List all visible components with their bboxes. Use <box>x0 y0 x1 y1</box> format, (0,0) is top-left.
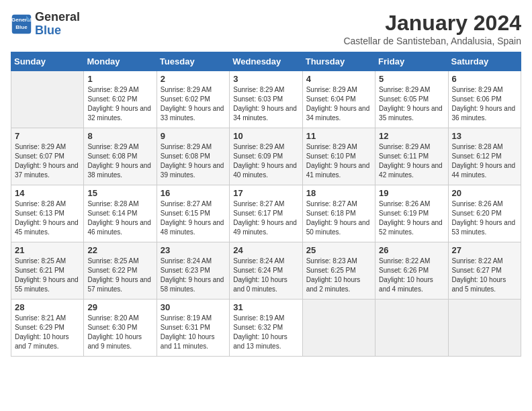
logo-line2: Blue <box>35 24 61 37</box>
calendar-cell: 22Sunrise: 8:25 AMSunset: 6:22 PMDayligh… <box>84 242 157 300</box>
weekday-header-cell: Wednesday <box>230 52 302 71</box>
calendar-cell: 28Sunrise: 8:21 AMSunset: 6:29 PMDayligh… <box>11 300 84 357</box>
day-number: 31 <box>233 302 298 312</box>
calendar-week-row: 21Sunrise: 8:25 AMSunset: 6:21 PMDayligh… <box>11 242 521 300</box>
day-number: 19 <box>379 188 444 198</box>
day-info: Sunrise: 8:29 AMSunset: 6:08 PMDaylight:… <box>161 142 226 180</box>
day-number: 13 <box>452 131 517 141</box>
day-number: 25 <box>306 245 371 255</box>
calendar-cell <box>302 300 375 357</box>
location: Castellar de Santisteban, Andalusia, Spa… <box>343 36 521 46</box>
calendar-cell: 13Sunrise: 8:28 AMSunset: 6:12 PMDayligh… <box>448 128 521 185</box>
day-number: 2 <box>161 74 226 84</box>
day-info: Sunrise: 8:29 AMSunset: 6:11 PMDaylight:… <box>379 142 444 180</box>
day-number: 3 <box>233 74 298 84</box>
weekday-header-cell: Monday <box>84 52 157 71</box>
calendar-cell: 29Sunrise: 8:20 AMSunset: 6:30 PMDayligh… <box>84 300 157 357</box>
calendar-cell: 7Sunrise: 8:29 AMSunset: 6:07 PMDaylight… <box>11 128 84 185</box>
calendar-cell: 17Sunrise: 8:27 AMSunset: 6:17 PMDayligh… <box>230 185 302 242</box>
svg-text:Blue: Blue <box>15 24 28 30</box>
weekday-header-cell: Saturday <box>448 52 521 71</box>
weekday-header-cell: Friday <box>375 52 448 71</box>
page-header: General Blue General Blue January 2024 C… <box>11 11 521 46</box>
day-info: Sunrise: 8:28 AMSunset: 6:12 PMDaylight:… <box>452 142 517 180</box>
day-number: 24 <box>233 245 298 255</box>
day-info: Sunrise: 8:27 AMSunset: 6:15 PMDaylight:… <box>161 199 226 237</box>
day-number: 8 <box>87 131 152 141</box>
weekday-header-cell: Tuesday <box>157 52 229 71</box>
day-number: 4 <box>306 74 371 84</box>
day-number: 18 <box>306 188 371 198</box>
weekday-header-cell: Thursday <box>302 52 375 71</box>
day-info: Sunrise: 8:24 AMSunset: 6:24 PMDaylight:… <box>233 257 298 294</box>
day-number: 30 <box>161 302 226 312</box>
day-info: Sunrise: 8:25 AMSunset: 6:22 PMDaylight:… <box>87 257 152 294</box>
day-number: 21 <box>15 245 80 255</box>
logo: General Blue General Blue <box>11 11 80 38</box>
logo-icon: General Blue <box>11 13 32 35</box>
day-info: Sunrise: 8:27 AMSunset: 6:18 PMDaylight:… <box>306 199 371 237</box>
day-number: 22 <box>87 245 152 255</box>
weekday-header-row: SundayMondayTuesdayWednesdayThursdayFrid… <box>11 52 521 71</box>
day-info: Sunrise: 8:20 AMSunset: 6:30 PMDaylight:… <box>87 314 152 351</box>
calendar-cell: 30Sunrise: 8:19 AMSunset: 6:31 PMDayligh… <box>157 300 229 357</box>
day-number: 10 <box>233 131 298 141</box>
calendar-cell: 23Sunrise: 8:24 AMSunset: 6:23 PMDayligh… <box>157 242 229 300</box>
calendar-cell: 27Sunrise: 8:22 AMSunset: 6:27 PMDayligh… <box>448 242 521 300</box>
day-info: Sunrise: 8:28 AMSunset: 6:13 PMDaylight:… <box>15 199 80 237</box>
calendar-table: SundayMondayTuesdayWednesdayThursdayFrid… <box>11 52 521 357</box>
day-number: 9 <box>161 131 226 141</box>
day-number: 20 <box>452 188 517 198</box>
day-info: Sunrise: 8:29 AMSunset: 6:10 PMDaylight:… <box>306 142 371 180</box>
logo-text: General Blue <box>35 11 80 38</box>
day-info: Sunrise: 8:29 AMSunset: 6:04 PMDaylight:… <box>306 85 371 123</box>
calendar-cell <box>448 300 521 357</box>
day-number: 11 <box>306 131 371 141</box>
calendar-cell: 14Sunrise: 8:28 AMSunset: 6:13 PMDayligh… <box>11 185 84 242</box>
calendar-cell: 26Sunrise: 8:22 AMSunset: 6:26 PMDayligh… <box>375 242 448 300</box>
calendar-cell: 19Sunrise: 8:26 AMSunset: 6:19 PMDayligh… <box>375 185 448 242</box>
weekday-header-cell: Sunday <box>11 52 84 71</box>
calendar-cell <box>11 71 84 128</box>
day-number: 16 <box>161 188 226 198</box>
day-number: 28 <box>15 302 80 312</box>
day-info: Sunrise: 8:27 AMSunset: 6:17 PMDaylight:… <box>233 199 298 237</box>
day-info: Sunrise: 8:19 AMSunset: 6:32 PMDaylight:… <box>233 314 298 351</box>
day-info: Sunrise: 8:29 AMSunset: 6:09 PMDaylight:… <box>233 142 298 180</box>
calendar-cell: 16Sunrise: 8:27 AMSunset: 6:15 PMDayligh… <box>157 185 229 242</box>
day-info: Sunrise: 8:29 AMSunset: 6:03 PMDaylight:… <box>233 85 298 123</box>
day-number: 6 <box>452 74 517 84</box>
calendar-cell: 9Sunrise: 8:29 AMSunset: 6:08 PMDaylight… <box>157 128 229 185</box>
calendar-cell: 11Sunrise: 8:29 AMSunset: 6:10 PMDayligh… <box>302 128 375 185</box>
calendar-cell: 6Sunrise: 8:29 AMSunset: 6:06 PMDaylight… <box>448 71 521 128</box>
day-number: 7 <box>15 131 80 141</box>
calendar-cell: 3Sunrise: 8:29 AMSunset: 6:03 PMDaylight… <box>230 71 302 128</box>
title-block: January 2024 Castellar de Santisteban, A… <box>343 11 521 46</box>
calendar-cell: 2Sunrise: 8:29 AMSunset: 6:02 PMDaylight… <box>157 71 229 128</box>
day-number: 17 <box>233 188 298 198</box>
calendar-cell: 25Sunrise: 8:23 AMSunset: 6:25 PMDayligh… <box>302 242 375 300</box>
day-number: 26 <box>379 245 444 255</box>
day-info: Sunrise: 8:23 AMSunset: 6:25 PMDaylight:… <box>306 257 371 294</box>
calendar-cell: 15Sunrise: 8:28 AMSunset: 6:14 PMDayligh… <box>84 185 157 242</box>
calendar-cell: 12Sunrise: 8:29 AMSunset: 6:11 PMDayligh… <box>375 128 448 185</box>
day-number: 23 <box>161 245 226 255</box>
day-info: Sunrise: 8:26 AMSunset: 6:19 PMDaylight:… <box>379 199 444 237</box>
day-number: 15 <box>87 188 152 198</box>
day-info: Sunrise: 8:25 AMSunset: 6:21 PMDaylight:… <box>15 257 80 294</box>
day-number: 14 <box>15 188 80 198</box>
day-number: 27 <box>452 245 517 255</box>
day-info: Sunrise: 8:29 AMSunset: 6:08 PMDaylight:… <box>87 142 152 180</box>
calendar-body: 1Sunrise: 8:29 AMSunset: 6:02 PMDaylight… <box>11 71 521 357</box>
day-number: 1 <box>87 74 152 84</box>
day-info: Sunrise: 8:24 AMSunset: 6:23 PMDaylight:… <box>161 257 226 294</box>
month-title: January 2024 <box>343 11 521 36</box>
calendar-cell: 1Sunrise: 8:29 AMSunset: 6:02 PMDaylight… <box>84 71 157 128</box>
day-info: Sunrise: 8:22 AMSunset: 6:27 PMDaylight:… <box>452 257 517 294</box>
logo-line1: General <box>35 10 80 24</box>
calendar-cell: 8Sunrise: 8:29 AMSunset: 6:08 PMDaylight… <box>84 128 157 185</box>
day-info: Sunrise: 8:29 AMSunset: 6:05 PMDaylight:… <box>379 85 444 123</box>
calendar-cell <box>375 300 448 357</box>
calendar-cell: 20Sunrise: 8:26 AMSunset: 6:20 PMDayligh… <box>448 185 521 242</box>
day-info: Sunrise: 8:22 AMSunset: 6:26 PMDaylight:… <box>379 257 444 294</box>
